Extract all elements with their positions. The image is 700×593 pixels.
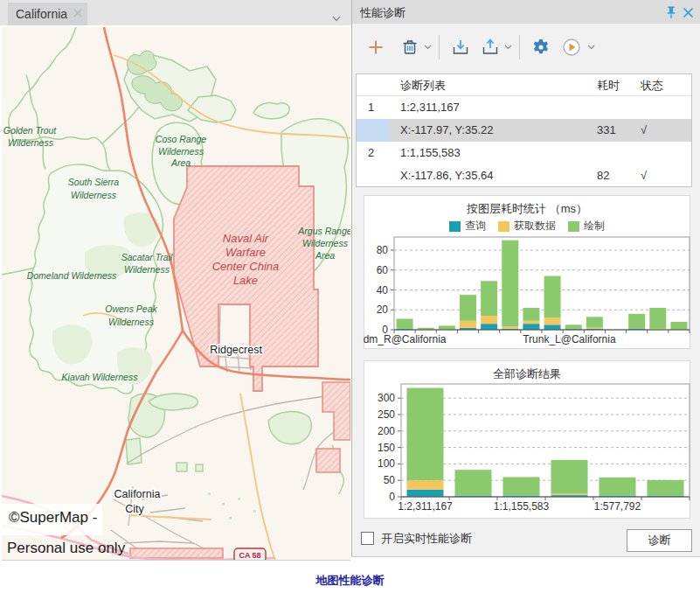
svg-text:40: 40 (377, 284, 389, 296)
map-label: Wilderness (8, 137, 54, 148)
watermark-personal: Personal use only (7, 540, 126, 556)
export-dropdown-chevron-icon[interactable] (504, 45, 512, 50)
map-label: Center China (212, 260, 280, 273)
chart1-title: 按图层耗时统计 （ms） (364, 196, 690, 217)
svg-text:1:577,792: 1:577,792 (594, 500, 641, 513)
svg-text:1:2,311,167: 1:2,311,167 (398, 500, 453, 513)
toolbar-separator (439, 35, 440, 59)
legend-item: 获取数据 (498, 220, 556, 233)
table-row[interactable]: X:-117.97, Y:35.22331√ (357, 119, 691, 142)
svg-text:20: 20 (377, 303, 389, 316)
map-label: Wilderness (124, 264, 170, 275)
map-label: Ridgecrest (210, 344, 262, 356)
diagnosis-table[interactable]: 诊断列表 耗时 状态 11:2,311,167X:-117.97, Y:35.2… (356, 73, 692, 187)
svg-text:0: 0 (389, 491, 395, 503)
svg-text:100: 100 (378, 457, 395, 470)
delete-button[interactable] (399, 37, 420, 58)
tab-close-icon[interactable] (73, 6, 83, 22)
map-label: Sacatar Trail (121, 252, 173, 262)
map-label: City (125, 503, 144, 515)
chart2-title: 全部诊断结果 (364, 361, 690, 382)
realtime-checkbox[interactable] (361, 532, 374, 545)
map-label: Owens Peak (105, 303, 157, 314)
export-button[interactable] (480, 37, 501, 58)
road-badge-ca58: CA 58 (234, 548, 266, 561)
map-label: Naval Air (223, 232, 269, 245)
performance-panel: 性能诊断 (351, 0, 700, 557)
map-label: Wilderness (71, 190, 117, 200)
tabbar-chevron-down-icon[interactable] (332, 10, 341, 25)
svg-text:80: 80 (377, 244, 389, 256)
green-areas-bottom (126, 394, 311, 471)
run-button[interactable] (561, 37, 582, 58)
map-label: Golden Trout (3, 125, 58, 136)
map-label: Wilderness (108, 317, 155, 327)
tab-california[interactable]: California (8, 3, 87, 25)
tab-label: California (16, 7, 67, 21)
pin-icon[interactable] (665, 5, 677, 23)
map-label: Wilderness (302, 238, 349, 248)
page-caption: 地图性能诊断 (0, 573, 700, 589)
legend-item: 查询 (449, 220, 486, 233)
table-header: 诊断列表 耗时 状态 (357, 74, 691, 96)
green-blob (253, 102, 289, 118)
watermark-supermap: ©SuperMap - (9, 509, 97, 526)
panel-close-icon[interactable] (683, 6, 694, 22)
import-button[interactable] (450, 37, 471, 58)
panel-header: 性能诊断 (352, 0, 700, 24)
svg-text:Trunk_L@California: Trunk_L@California (523, 333, 616, 345)
map-tab-bar: California (0, 0, 351, 25)
map-label: California (114, 488, 161, 500)
run-dropdown-chevron-icon[interactable] (587, 45, 595, 50)
map-label: Warfare (225, 246, 266, 259)
map-label: Wilderness (158, 146, 204, 157)
delete-dropdown-chevron-icon[interactable] (424, 45, 432, 50)
chart1-legend: 查询获取数据绘制 (364, 220, 690, 233)
map-label: Kiavah Wilderness (62, 372, 139, 382)
svg-text:250: 250 (378, 408, 395, 421)
svg-text:150: 150 (378, 442, 395, 454)
map-label: Domeland Wilderness (27, 270, 117, 281)
svg-text:50: 50 (384, 474, 396, 486)
svg-text:200: 200 (378, 425, 395, 437)
table-row[interactable]: X:-117.86, Y:35.6482√ (357, 164, 691, 187)
map-label: Area (170, 157, 191, 168)
table-row[interactable]: 11:2,311,167 (357, 96, 691, 119)
green-dots (208, 492, 256, 520)
map-label: Area (315, 250, 335, 261)
map-label: Lake (233, 274, 258, 287)
map-label: South Sierra (68, 177, 120, 187)
table-row[interactable]: 21:1,155,583 (357, 142, 691, 164)
map-label: Argus Range (297, 226, 350, 236)
realtime-checkbox-label: 开启实时性能诊断 (381, 531, 472, 547)
svg-text:dm_R@California: dm_R@California (364, 333, 447, 345)
svg-text:1:1,155,583: 1:1,155,583 (494, 500, 550, 513)
toolbar (352, 30, 595, 65)
svg-text:300: 300 (378, 392, 395, 404)
panel-title: 性能诊断 (360, 5, 405, 21)
svg-text:CA 58: CA 58 (239, 551, 260, 560)
diagnose-button[interactable]: 诊断 (627, 529, 692, 552)
layer-time-chart: 按图层耗时统计 （ms） 查询获取数据绘制 020406080dm_R@Cali… (364, 195, 690, 349)
legend-item: 绘制 (568, 220, 605, 233)
all-results-chart: 全部诊断结果 0501001502002503001:2,311,1671:1,… (364, 360, 690, 519)
add-button[interactable] (366, 38, 385, 57)
settings-button[interactable] (530, 37, 551, 58)
map-view[interactable]: ©SuperMap - Personal use only CA 58 Gold… (2, 27, 350, 561)
svg-text:60: 60 (377, 264, 389, 276)
map-label: Coso Range (156, 134, 207, 144)
toolbar-separator (519, 35, 520, 59)
